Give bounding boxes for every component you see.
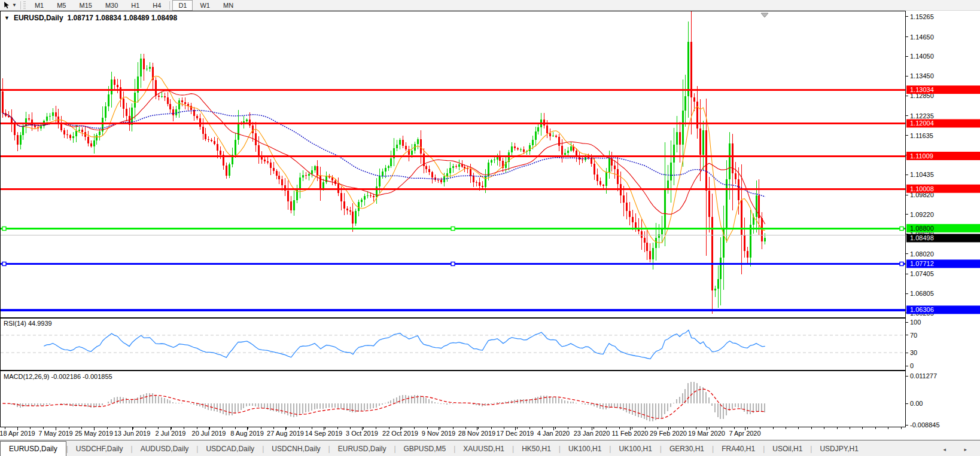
candles-layer <box>2 11 766 314</box>
price-axis[interactable]: 1.152651.146501.140501.134501.128501.122… <box>905 13 980 429</box>
macd-signal-line <box>3 389 765 418</box>
rsi-line <box>44 330 765 359</box>
timeframe-button-M1[interactable]: M1 <box>29 0 50 11</box>
price-tick-label: 1.15265 <box>910 13 934 20</box>
ma-mid-line <box>3 91 765 224</box>
cursor-tool-icon[interactable] <box>1 1 12 10</box>
hline-handle-support-green[interactable] <box>2 227 6 231</box>
timeframe-button-H1[interactable]: H1 <box>125 0 145 11</box>
timeframe-button-D1[interactable]: D1 <box>172 0 193 11</box>
rsi-tick-label: 30 <box>910 349 917 356</box>
macd-tick-label: -0.008845 <box>910 421 940 429</box>
chart-quotes: 1.08717 1.08834 1.08489 1.08498 <box>68 14 178 22</box>
hline-price-label-resistance-4-text: 1.10008 <box>910 185 934 192</box>
date-label: 9 Nov 2019 <box>422 430 455 437</box>
date-label: 7 Apr 2020 <box>729 430 760 437</box>
price-tick-label: 1.14050 <box>910 53 934 60</box>
chart-title: ▼ EURUSD,Daily 1.08717 1.08834 1.08489 1… <box>4 14 177 22</box>
top-toolbar: ▼ M1M5M15M30H1H4D1W1MN <box>0 0 980 11</box>
chart-tab-GBPUSD-M5[interactable]: GBPUSD,M5 <box>396 442 454 456</box>
date-label: 4 Jan 2020 <box>537 430 570 437</box>
ma-fast-line <box>3 76 765 243</box>
chart-tab-bar: EURUSD,Daily|USDCHF,Daily|AUDUSD,Daily|U… <box>0 440 980 456</box>
chart-tab-UK100-H1[interactable]: UK100,H1 <box>561 442 609 456</box>
rsi-tick-label: 70 <box>910 332 917 339</box>
rsi-tick-label: 0 <box>910 362 914 369</box>
price-tick-label: 1.12235 <box>910 112 934 120</box>
timeframe-button-M15[interactable]: M15 <box>73 0 98 11</box>
hline-price-label-resistance-2-text: 1.12004 <box>910 120 934 127</box>
chart-window: 18 Apr 20197 May 201925 May 201913 Jun 2… <box>0 11 980 440</box>
rsi-tick-label: 100 <box>910 319 921 326</box>
bid-price-label-text: 1.08498 <box>910 234 934 241</box>
price-tick-label: 1.09220 <box>910 211 934 218</box>
chart-tab-AUDUSD-Daily[interactable]: AUDUSD,Daily <box>133 442 197 456</box>
chart-tab-EURUSD-Daily[interactable]: EURUSD,Daily <box>0 441 66 456</box>
hline-price-label-resistance-1-text: 1.13034 <box>910 86 934 93</box>
chart-tab-GER30-H1[interactable]: GER30,H1 <box>662 442 712 456</box>
hline-price-label-support-blue-1-text: 1.07712 <box>910 260 934 267</box>
chart-tab-EURUSD-Daily[interactable]: EURUSD,Daily <box>330 442 394 456</box>
tab-scroll-arrows[interactable]: ◂ ▸ <box>943 446 975 452</box>
rsi-panel-border <box>1 319 906 371</box>
chart-tab-USDJPY-H1[interactable]: USDJPY,H1 <box>812 442 866 456</box>
cursor-tool-dropdown-icon[interactable]: ▼ <box>12 2 17 8</box>
price-chart: 18 Apr 20197 May 201925 May 201913 Jun 2… <box>0 11 980 440</box>
hline-handle-support-green[interactable] <box>451 227 455 231</box>
chart-tab-USDCHF-Daily[interactable]: USDCHF,Daily <box>68 442 131 456</box>
timeframe-button-H4[interactable]: H4 <box>147 0 167 11</box>
toolbar-separator <box>169 1 170 10</box>
chart-symbol-label: EURUSD,Daily <box>14 14 63 22</box>
date-label: 18 Apr 2019 <box>0 430 35 437</box>
price-tick-label: 1.11635 <box>910 132 933 139</box>
chart-tab-XAUUSD-H1[interactable]: XAUUSD,H1 <box>455 442 512 456</box>
timeframe-button-M30[interactable]: M30 <box>99 0 124 11</box>
date-label: 28 Nov 2019 <box>458 430 495 437</box>
date-label: 27 Aug 2019 <box>267 430 304 437</box>
price-tick-label: 1.08020 <box>910 250 934 258</box>
date-label: 25 May 2019 <box>75 430 113 437</box>
date-axis: 18 Apr 20197 May 201925 May 201913 Jun 2… <box>0 427 901 437</box>
timeframe-button-MN[interactable]: MN <box>217 0 239 11</box>
date-label: 22 Oct 2019 <box>382 430 418 437</box>
hline-handle-support-green[interactable] <box>900 227 903 231</box>
date-label: 11 Feb 2020 <box>612 430 649 437</box>
macd-indicator-label: MACD(12,26,9) -0.002186 -0.001855 <box>4 373 112 380</box>
timeframe-button-M5[interactable]: M5 <box>51 0 72 11</box>
date-label: 13 Jun 2019 <box>114 430 151 437</box>
chart-dropdown-icon[interactable]: ▼ <box>4 15 10 21</box>
hline-price-label-resistance-3-text: 1.11009 <box>910 152 933 160</box>
date-label: 2 Jul 2019 <box>156 430 186 437</box>
chart-tab-USDCAD-Daily[interactable]: USDCAD,Daily <box>198 442 262 456</box>
price-tick-label: 1.06805 <box>910 290 934 297</box>
date-label: 23 Jan 2020 <box>574 430 610 437</box>
hline-price-label-support-green-text: 1.08800 <box>910 225 934 232</box>
chart-shift-marker-icon[interactable] <box>761 13 768 17</box>
price-tick-label: 1.14650 <box>910 33 934 41</box>
date-label: 19 Mar 2020 <box>688 430 725 437</box>
macd-tick-label: 0.011277 <box>910 372 937 380</box>
toolbar-separator <box>20 1 21 10</box>
hline-price-label-support-blue-2-text: 1.06306 <box>910 306 934 313</box>
date-label: 20 Jul 2019 <box>192 430 226 437</box>
hline-handle-support-blue-1[interactable] <box>2 262 6 266</box>
hline-handle-support-blue-1[interactable] <box>451 262 455 266</box>
price-tick-label: 1.13450 <box>910 72 934 79</box>
date-label: 29 Feb 2020 <box>650 430 687 437</box>
price-tick-label: 1.07405 <box>910 270 934 277</box>
timeframe-button-W1[interactable]: W1 <box>194 0 216 11</box>
chart-tab-USOil-H1[interactable]: USOil,H1 <box>765 442 810 456</box>
date-label: 7 May 2019 <box>38 430 72 437</box>
chart-tab-FRA40-H1[interactable]: FRA40,H1 <box>714 442 763 456</box>
chart-tab-HK50-H1[interactable]: HK50,H1 <box>514 442 559 456</box>
price-tick-label: 1.10435 <box>910 171 934 178</box>
date-label: 14 Sep 2019 <box>305 430 342 437</box>
rsi-indicator-label: RSI(14) 44.9939 <box>4 320 52 327</box>
macd-tick-label: 0.00 <box>910 400 923 407</box>
date-label: 17 Dec 2019 <box>497 430 534 437</box>
toolbar-grip[interactable] <box>23 1 26 10</box>
chart-tab-UK100-H1[interactable]: UK100,H1 <box>611 442 659 456</box>
date-label: 8 Aug 2019 <box>230 430 264 437</box>
hline-handle-support-blue-1[interactable] <box>900 262 903 266</box>
chart-tab-USDCNH-Daily[interactable]: USDCNH,Daily <box>264 442 328 456</box>
